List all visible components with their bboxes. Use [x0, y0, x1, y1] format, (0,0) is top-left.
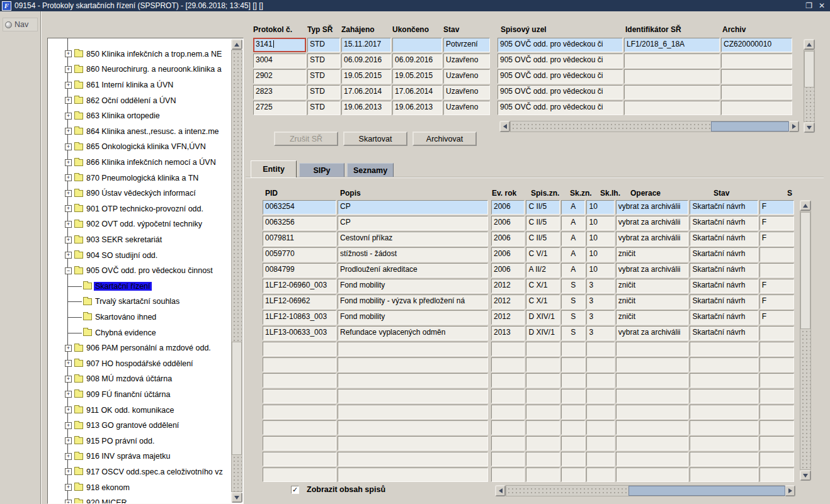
entity-row-right[interactable]: [491, 452, 795, 468]
cell-skzn[interactable]: [561, 373, 586, 388]
tab-sipy[interactable]: SIPy: [299, 163, 344, 177]
entity-row-right[interactable]: 2006C V/1A10zničitSkartační návrh: [491, 247, 795, 263]
cell-stav[interactable]: [690, 452, 758, 466]
cell-sklh[interactable]: 10: [586, 232, 614, 246]
tree-item[interactable]: +901 OTP technicko-provozní odd.: [49, 201, 230, 217]
cell-sklh[interactable]: 3: [586, 310, 614, 325]
cell-archiv[interactable]: [721, 101, 792, 115]
cell-s[interactable]: [759, 342, 794, 356]
entity-row-right[interactable]: 2006A II/2A10vybrat za archiváliiSkartač…: [491, 263, 795, 279]
cell-operace[interactable]: [616, 420, 689, 435]
cell-stav[interactable]: Skartační návrh: [690, 247, 758, 262]
expand-toggle-icon[interactable]: +: [65, 66, 72, 73]
entity-row-right[interactable]: [491, 389, 795, 405]
cell-popis[interactable]: CP: [338, 200, 488, 215]
cell-popis[interactable]: [338, 373, 488, 388]
protocol-row[interactable]: 2725STD19.06.201319.06.2013Uzavřeno: [253, 101, 491, 116]
cell-skzn[interactable]: S: [561, 326, 586, 340]
cell-operace[interactable]: vybrat za archiválii: [616, 216, 689, 230]
cell-rok[interactable]: 2012: [491, 310, 525, 325]
cell-s[interactable]: F: [759, 310, 794, 325]
tree-item[interactable]: +902 OVT odd. výpočetní techniky: [49, 216, 230, 232]
cell-spis[interactable]: [526, 405, 559, 419]
cell-protokol[interactable]: 2902: [253, 69, 306, 84]
cell-popis[interactable]: Cestovní příkaz: [338, 232, 488, 246]
cell-pid[interactable]: 1LF13-00633_003: [263, 326, 336, 340]
expand-toggle-icon[interactable]: +: [65, 128, 72, 135]
expand-toggle-icon[interactable]: +: [65, 484, 72, 491]
cell-operace[interactable]: vybrat za archiválii: [616, 200, 689, 215]
entity-row[interactable]: 0059770stížnosti - žádost: [263, 247, 489, 263]
cell-pid[interactable]: [263, 405, 336, 419]
entity-row-right[interactable]: 2012C X/1S3zničitSkartační návrhF: [491, 279, 795, 294]
tree-item[interactable]: +920 MICER: [49, 495, 230, 504]
tree-scroll-down-button[interactable]: [231, 492, 242, 503]
entity-scroll-thumb[interactable]: [800, 212, 810, 329]
cell-pid[interactable]: [263, 452, 336, 466]
cell-stav[interactable]: [690, 468, 758, 482]
tree-item[interactable]: +913 GO grantové oddělení: [49, 418, 230, 434]
cell-sklh[interactable]: [586, 420, 614, 435]
tree-item[interactable]: Skartační řízení: [49, 279, 230, 294]
cell-stav[interactable]: Potvrzení: [443, 38, 490, 52]
cell-pid[interactable]: [263, 357, 336, 372]
protocol-row-right[interactable]: 905 OVČ odd. pro vědeckou či: [497, 85, 793, 101]
cell-typ[interactable]: STD: [307, 53, 340, 68]
cell-skzn[interactable]: [561, 357, 586, 372]
cell-rok[interactable]: [491, 420, 525, 435]
cell-rok[interactable]: [491, 389, 525, 403]
cell-pid[interactable]: 0084799: [263, 263, 336, 277]
close-window-button[interactable]: ✕: [819, 2, 825, 9]
cell-uzel[interactable]: 905 OVČ odd. pro vědeckou či: [497, 101, 623, 115]
cell-stav[interactable]: [690, 357, 758, 372]
cell-zahajeno[interactable]: 17.06.2014: [341, 85, 391, 99]
protocol-row[interactable]: 2823STD17.06.201417.06.2014Uzavřeno: [253, 85, 491, 101]
cell-spis[interactable]: [526, 420, 559, 435]
cell-ukonceno[interactable]: 19.05.2015: [392, 69, 442, 84]
cell-skzn[interactable]: [561, 468, 586, 482]
entity-row[interactable]: [263, 405, 489, 420]
cell-stav[interactable]: Uzavřeno: [443, 101, 490, 115]
cell-spis[interactable]: D XIV/1: [526, 326, 559, 340]
cell-skzn[interactable]: A: [561, 247, 586, 262]
cell-stav[interactable]: [690, 389, 758, 403]
cell-s[interactable]: F: [759, 279, 794, 293]
expand-toggle-icon[interactable]: +: [65, 468, 72, 475]
tree-item[interactable]: +866 Klinika infekčních nemocí a ÚVN: [49, 155, 230, 171]
entity-hscroll-track[interactable]: [506, 485, 785, 496]
cell-rok[interactable]: 2012: [491, 294, 525, 309]
entity-scrollbar-vertical[interactable]: [800, 200, 811, 481]
expand-toggle-icon[interactable]: −: [65, 267, 72, 274]
tree-item[interactable]: +916 INV správa majetku: [49, 449, 230, 464]
cell-sklh[interactable]: [586, 452, 614, 466]
expand-toggle-icon[interactable]: +: [65, 174, 72, 181]
protocol-scroll-down-button[interactable]: [804, 122, 815, 133]
expand-toggle-icon[interactable]: +: [65, 221, 72, 228]
cell-popis[interactable]: [338, 357, 488, 372]
expand-toggle-icon[interactable]: +: [65, 345, 72, 352]
tree-item[interactable]: Trvalý skartační souhlas: [49, 294, 230, 310]
cell-spis[interactable]: C V/1: [526, 247, 559, 262]
cell-stav[interactable]: [690, 405, 758, 419]
cell-rok[interactable]: 2006: [491, 216, 525, 230]
cell-stav[interactable]: Skartační návrh: [690, 310, 758, 325]
cell-skzn[interactable]: [561, 342, 586, 356]
protocol-row-right[interactable]: 905 OVČ odd. pro vědeckou či: [497, 69, 793, 85]
protocol-hscroll-track[interactable]: [510, 121, 788, 132]
cell-s[interactable]: [759, 247, 794, 262]
tree-item[interactable]: +: [49, 38, 230, 47]
cell-protokol[interactable]: 2725: [253, 101, 306, 115]
cell-rok[interactable]: 2013: [491, 326, 525, 340]
expand-toggle-icon[interactable]: +: [65, 252, 72, 259]
cell-sklh[interactable]: 10: [586, 200, 614, 215]
cell-popis[interactable]: Fond mobility: [338, 310, 488, 325]
cell-identifikator[interactable]: LF1/2018_6_18A: [624, 38, 720, 52]
cell-popis[interactable]: Fond mobility: [338, 279, 488, 293]
cell-s[interactable]: [759, 326, 794, 340]
entity-row[interactable]: 1LF12-06962Fond mobility - výzva k předl…: [263, 294, 489, 310]
tree-item[interactable]: Skartováno ihned: [49, 310, 230, 325]
cell-rok[interactable]: 2006: [491, 232, 525, 246]
tree-item[interactable]: +915 PO právní odd.: [49, 433, 230, 449]
cell-ukonceno[interactable]: 19.06.2013: [392, 101, 442, 115]
cell-spis[interactable]: [526, 468, 559, 482]
